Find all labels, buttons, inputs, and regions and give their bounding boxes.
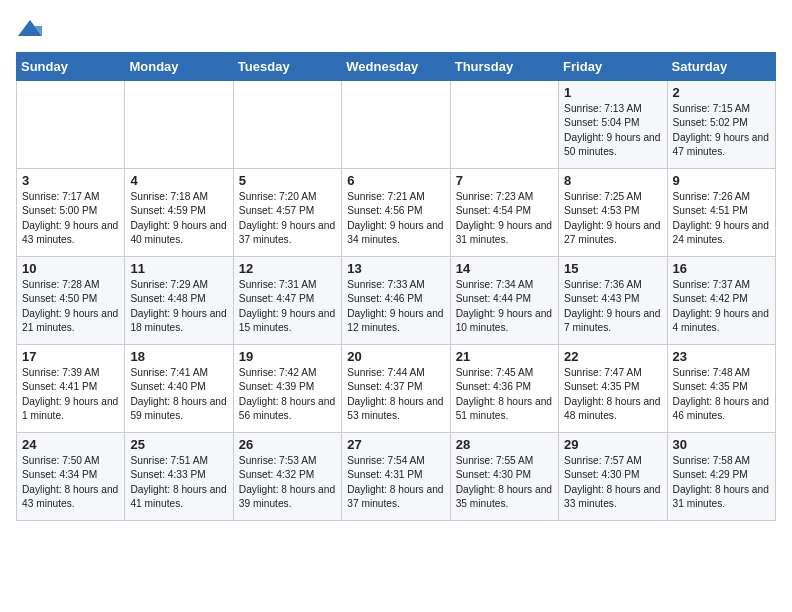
week-row-5: 24Sunrise: 7:50 AM Sunset: 4:34 PM Dayli…	[17, 433, 776, 521]
day-number: 11	[130, 261, 227, 276]
day-number: 16	[673, 261, 770, 276]
day-info: Sunrise: 7:18 AM Sunset: 4:59 PM Dayligh…	[130, 190, 227, 247]
week-row-3: 10Sunrise: 7:28 AM Sunset: 4:50 PM Dayli…	[17, 257, 776, 345]
day-cell: 1Sunrise: 7:13 AM Sunset: 5:04 PM Daylig…	[559, 81, 667, 169]
day-cell: 8Sunrise: 7:25 AM Sunset: 4:53 PM Daylig…	[559, 169, 667, 257]
day-cell: 16Sunrise: 7:37 AM Sunset: 4:42 PM Dayli…	[667, 257, 775, 345]
day-number: 29	[564, 437, 661, 452]
day-number: 8	[564, 173, 661, 188]
day-cell: 18Sunrise: 7:41 AM Sunset: 4:40 PM Dayli…	[125, 345, 233, 433]
day-number: 9	[673, 173, 770, 188]
day-info: Sunrise: 7:44 AM Sunset: 4:37 PM Dayligh…	[347, 366, 444, 423]
day-info: Sunrise: 7:58 AM Sunset: 4:29 PM Dayligh…	[673, 454, 770, 511]
day-cell: 26Sunrise: 7:53 AM Sunset: 4:32 PM Dayli…	[233, 433, 341, 521]
day-cell: 19Sunrise: 7:42 AM Sunset: 4:39 PM Dayli…	[233, 345, 341, 433]
week-row-4: 17Sunrise: 7:39 AM Sunset: 4:41 PM Dayli…	[17, 345, 776, 433]
day-info: Sunrise: 7:15 AM Sunset: 5:02 PM Dayligh…	[673, 102, 770, 159]
week-row-2: 3Sunrise: 7:17 AM Sunset: 5:00 PM Daylig…	[17, 169, 776, 257]
day-cell: 25Sunrise: 7:51 AM Sunset: 4:33 PM Dayli…	[125, 433, 233, 521]
day-cell	[233, 81, 341, 169]
day-info: Sunrise: 7:37 AM Sunset: 4:42 PM Dayligh…	[673, 278, 770, 335]
day-info: Sunrise: 7:17 AM Sunset: 5:00 PM Dayligh…	[22, 190, 119, 247]
day-info: Sunrise: 7:51 AM Sunset: 4:33 PM Dayligh…	[130, 454, 227, 511]
day-cell: 22Sunrise: 7:47 AM Sunset: 4:35 PM Dayli…	[559, 345, 667, 433]
day-number: 27	[347, 437, 444, 452]
header-thursday: Thursday	[450, 53, 558, 81]
day-number: 13	[347, 261, 444, 276]
day-number: 26	[239, 437, 336, 452]
day-cell: 6Sunrise: 7:21 AM Sunset: 4:56 PM Daylig…	[342, 169, 450, 257]
header-monday: Monday	[125, 53, 233, 81]
day-info: Sunrise: 7:39 AM Sunset: 4:41 PM Dayligh…	[22, 366, 119, 423]
day-info: Sunrise: 7:34 AM Sunset: 4:44 PM Dayligh…	[456, 278, 553, 335]
day-info: Sunrise: 7:31 AM Sunset: 4:47 PM Dayligh…	[239, 278, 336, 335]
header-sunday: Sunday	[17, 53, 125, 81]
day-cell: 30Sunrise: 7:58 AM Sunset: 4:29 PM Dayli…	[667, 433, 775, 521]
day-info: Sunrise: 7:29 AM Sunset: 4:48 PM Dayligh…	[130, 278, 227, 335]
logo	[16, 16, 48, 44]
day-info: Sunrise: 7:36 AM Sunset: 4:43 PM Dayligh…	[564, 278, 661, 335]
day-cell: 24Sunrise: 7:50 AM Sunset: 4:34 PM Dayli…	[17, 433, 125, 521]
day-cell: 9Sunrise: 7:26 AM Sunset: 4:51 PM Daylig…	[667, 169, 775, 257]
day-cell: 2Sunrise: 7:15 AM Sunset: 5:02 PM Daylig…	[667, 81, 775, 169]
calendar-table: SundayMondayTuesdayWednesdayThursdayFrid…	[16, 52, 776, 521]
day-info: Sunrise: 7:23 AM Sunset: 4:54 PM Dayligh…	[456, 190, 553, 247]
day-cell: 12Sunrise: 7:31 AM Sunset: 4:47 PM Dayli…	[233, 257, 341, 345]
day-cell	[17, 81, 125, 169]
day-number: 20	[347, 349, 444, 364]
day-number: 5	[239, 173, 336, 188]
day-cell: 17Sunrise: 7:39 AM Sunset: 4:41 PM Dayli…	[17, 345, 125, 433]
day-cell	[125, 81, 233, 169]
day-number: 18	[130, 349, 227, 364]
day-cell: 15Sunrise: 7:36 AM Sunset: 4:43 PM Dayli…	[559, 257, 667, 345]
day-cell: 21Sunrise: 7:45 AM Sunset: 4:36 PM Dayli…	[450, 345, 558, 433]
day-info: Sunrise: 7:50 AM Sunset: 4:34 PM Dayligh…	[22, 454, 119, 511]
day-number: 25	[130, 437, 227, 452]
day-info: Sunrise: 7:42 AM Sunset: 4:39 PM Dayligh…	[239, 366, 336, 423]
day-info: Sunrise: 7:20 AM Sunset: 4:57 PM Dayligh…	[239, 190, 336, 247]
day-number: 1	[564, 85, 661, 100]
day-number: 15	[564, 261, 661, 276]
day-number: 7	[456, 173, 553, 188]
day-cell: 13Sunrise: 7:33 AM Sunset: 4:46 PM Dayli…	[342, 257, 450, 345]
logo-icon	[16, 16, 44, 44]
calendar-header-row: SundayMondayTuesdayWednesdayThursdayFrid…	[17, 53, 776, 81]
day-number: 19	[239, 349, 336, 364]
day-number: 30	[673, 437, 770, 452]
header-saturday: Saturday	[667, 53, 775, 81]
day-info: Sunrise: 7:54 AM Sunset: 4:31 PM Dayligh…	[347, 454, 444, 511]
day-number: 6	[347, 173, 444, 188]
day-number: 3	[22, 173, 119, 188]
day-cell: 10Sunrise: 7:28 AM Sunset: 4:50 PM Dayli…	[17, 257, 125, 345]
day-number: 10	[22, 261, 119, 276]
day-cell: 29Sunrise: 7:57 AM Sunset: 4:30 PM Dayli…	[559, 433, 667, 521]
day-info: Sunrise: 7:45 AM Sunset: 4:36 PM Dayligh…	[456, 366, 553, 423]
header-tuesday: Tuesday	[233, 53, 341, 81]
day-cell: 27Sunrise: 7:54 AM Sunset: 4:31 PM Dayli…	[342, 433, 450, 521]
header-wednesday: Wednesday	[342, 53, 450, 81]
day-cell: 14Sunrise: 7:34 AM Sunset: 4:44 PM Dayli…	[450, 257, 558, 345]
day-number: 28	[456, 437, 553, 452]
day-cell: 23Sunrise: 7:48 AM Sunset: 4:35 PM Dayli…	[667, 345, 775, 433]
day-cell: 7Sunrise: 7:23 AM Sunset: 4:54 PM Daylig…	[450, 169, 558, 257]
day-info: Sunrise: 7:57 AM Sunset: 4:30 PM Dayligh…	[564, 454, 661, 511]
page-header	[16, 16, 776, 44]
header-friday: Friday	[559, 53, 667, 81]
day-number: 17	[22, 349, 119, 364]
day-cell: 5Sunrise: 7:20 AM Sunset: 4:57 PM Daylig…	[233, 169, 341, 257]
day-info: Sunrise: 7:21 AM Sunset: 4:56 PM Dayligh…	[347, 190, 444, 247]
day-number: 14	[456, 261, 553, 276]
day-number: 21	[456, 349, 553, 364]
day-info: Sunrise: 7:25 AM Sunset: 4:53 PM Dayligh…	[564, 190, 661, 247]
day-cell	[342, 81, 450, 169]
day-info: Sunrise: 7:53 AM Sunset: 4:32 PM Dayligh…	[239, 454, 336, 511]
day-info: Sunrise: 7:13 AM Sunset: 5:04 PM Dayligh…	[564, 102, 661, 159]
day-info: Sunrise: 7:26 AM Sunset: 4:51 PM Dayligh…	[673, 190, 770, 247]
day-info: Sunrise: 7:33 AM Sunset: 4:46 PM Dayligh…	[347, 278, 444, 335]
day-number: 23	[673, 349, 770, 364]
day-number: 24	[22, 437, 119, 452]
day-cell: 20Sunrise: 7:44 AM Sunset: 4:37 PM Dayli…	[342, 345, 450, 433]
day-cell: 4Sunrise: 7:18 AM Sunset: 4:59 PM Daylig…	[125, 169, 233, 257]
day-cell: 28Sunrise: 7:55 AM Sunset: 4:30 PM Dayli…	[450, 433, 558, 521]
day-number: 4	[130, 173, 227, 188]
